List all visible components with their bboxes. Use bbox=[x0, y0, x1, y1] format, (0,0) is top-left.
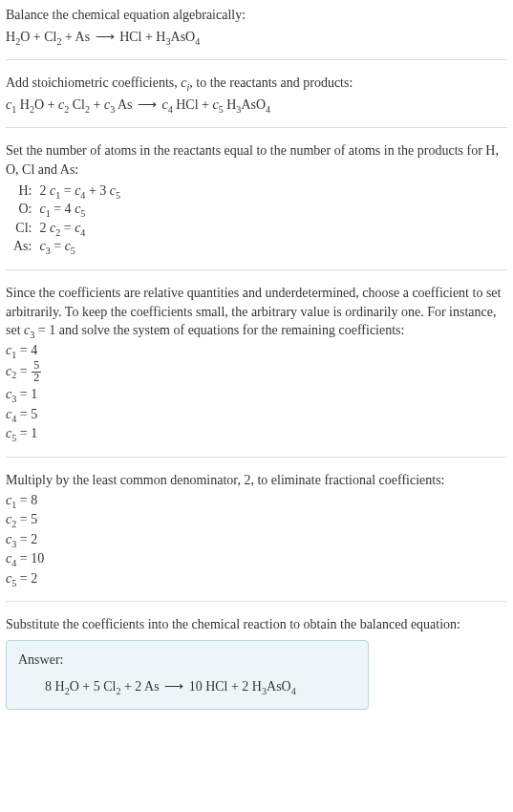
intro-text: Substitute the coefficients into the che… bbox=[6, 615, 507, 634]
divider bbox=[6, 127, 507, 128]
unbalanced-equation: H2O + Cl2 + As ⟶ HCl + H3AsO4 bbox=[6, 28, 507, 47]
atom-label: O: bbox=[10, 200, 35, 219]
coef-c2: c2 = 52 bbox=[6, 360, 507, 384]
section-coefficients: Add stoichiometric coefficients, ci, to … bbox=[6, 74, 507, 114]
atom-equation: c3 = c5 bbox=[35, 237, 124, 256]
section-balance-intro: Balance the chemical equation algebraica… bbox=[6, 6, 507, 46]
divider bbox=[6, 457, 507, 458]
reactant-h2o: H2O + Cl2 + As bbox=[6, 30, 94, 44]
answer-label: Answer: bbox=[18, 651, 356, 670]
intro-text: Add stoichiometric coefficients, ci, to … bbox=[6, 74, 507, 93]
atom-row-as: As: c3 = c5 bbox=[10, 237, 124, 256]
section-solve: Since the coefficients are relative quan… bbox=[6, 284, 507, 443]
answer-box: Answer: 8 H2O + 5 Cl2 + 2 As ⟶ 10 HCl + … bbox=[6, 640, 369, 710]
atom-balance-table: H: 2 c1 = c4 + 3 c5 O: c1 = 4 c5 Cl: 2 c… bbox=[10, 182, 124, 256]
products: HCl + H3AsO4 bbox=[117, 30, 201, 44]
intro-text: Multiply by the least common denominator… bbox=[6, 471, 507, 490]
section-atom-equations: Set the number of atoms in the reactants… bbox=[6, 141, 507, 256]
reaction-arrow: ⟶ bbox=[96, 28, 115, 47]
coef-c5: c5 = 1 bbox=[6, 424, 507, 443]
divider bbox=[6, 269, 507, 270]
divider bbox=[6, 601, 507, 602]
section-multiply: Multiply by the least common denominator… bbox=[6, 471, 507, 588]
atom-row-h: H: 2 c1 = c4 + 3 c5 bbox=[10, 182, 124, 201]
divider bbox=[6, 59, 507, 60]
intro-text: Since the coefficients are relative quan… bbox=[6, 284, 507, 340]
atom-row-cl: Cl: 2 c2 = c4 bbox=[10, 219, 124, 238]
coef-c1: c1 = 4 bbox=[6, 341, 507, 360]
coef-c3: c3 = 1 bbox=[6, 385, 507, 404]
atom-label: Cl: bbox=[10, 219, 35, 238]
intro-text: Set the number of atoms in the reactants… bbox=[6, 141, 507, 179]
intro-text: Balance the chemical equation algebraica… bbox=[6, 6, 507, 25]
atom-equation: 2 c1 = c4 + 3 c5 bbox=[35, 182, 124, 201]
coefficient-equation: c1 H2O + c2 Cl2 + c3 As ⟶ c4 HCl + c5 H3… bbox=[6, 96, 507, 115]
coef-c5: c5 = 2 bbox=[6, 569, 507, 588]
atom-equation: 2 c2 = c4 bbox=[35, 219, 124, 238]
atom-label: As: bbox=[10, 237, 35, 256]
coef-c3: c3 = 2 bbox=[6, 530, 507, 549]
balanced-equation: 8 H2O + 5 Cl2 + 2 As ⟶ 10 HCl + 2 H3AsO4 bbox=[18, 677, 356, 696]
coef-c2: c2 = 5 bbox=[6, 510, 507, 529]
coef-c4: c4 = 5 bbox=[6, 405, 507, 424]
coef-c1: c1 = 8 bbox=[6, 491, 507, 510]
atom-label: H: bbox=[10, 182, 35, 201]
fraction: 52 bbox=[32, 360, 41, 384]
atom-equation: c1 = 4 c5 bbox=[35, 200, 124, 219]
section-substitute: Substitute the coefficients into the che… bbox=[6, 615, 507, 710]
coef-c4: c4 = 10 bbox=[6, 549, 507, 568]
atom-row-o: O: c1 = 4 c5 bbox=[10, 200, 124, 219]
